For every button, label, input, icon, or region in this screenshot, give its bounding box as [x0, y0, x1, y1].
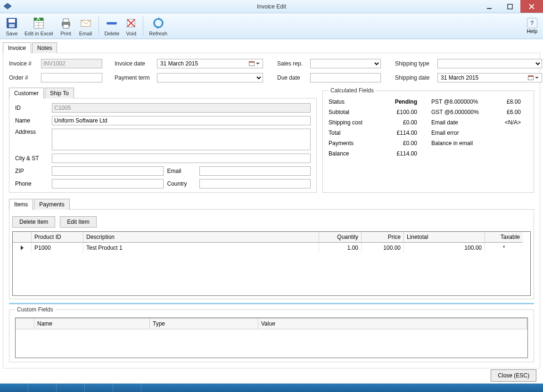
svg-rect-1 — [487, 8, 492, 9]
customer-email-field[interactable] — [199, 166, 311, 176]
svg-rect-15 — [63, 19, 69, 22]
payments-label: Payments — [329, 140, 375, 147]
delete-button[interactable]: Delete — [102, 15, 123, 37]
tab-invoice[interactable]: Invoice — [3, 42, 31, 53]
email-icon — [79, 16, 93, 31]
cell-price[interactable]: 100.00 — [362, 243, 404, 253]
shipping-date-field[interactable]: 31 March 2015 — [437, 73, 542, 82]
col-product-id[interactable]: Product ID — [32, 232, 83, 243]
gst-label: GST @6.000000% — [431, 109, 483, 115]
customer-zip-field[interactable] — [52, 166, 164, 176]
total-value: £114.00 — [375, 130, 417, 136]
payment-term-field[interactable] — [157, 73, 263, 82]
customer-country-label: Country — [167, 180, 196, 187]
col-price[interactable]: Price — [362, 232, 404, 243]
save-button[interactable]: Save — [2, 15, 22, 37]
emaildate-value: <N/A> — [483, 119, 521, 126]
sales-rep-field[interactable] — [310, 59, 381, 68]
col-linetotal[interactable]: Linetotal — [404, 232, 485, 243]
void-button[interactable]: Void — [122, 15, 140, 37]
delete-icon — [105, 16, 119, 31]
calculated-legend: Calculated Fields — [329, 87, 376, 94]
tab-notes[interactable]: Notes — [32, 42, 57, 53]
customer-address-field[interactable] — [52, 129, 311, 150]
svg-rect-16 — [63, 24, 69, 28]
cell-linetotal[interactable]: 100.00 — [404, 243, 485, 253]
tab-payments[interactable]: Payments — [34, 199, 69, 210]
customer-id-label: ID — [15, 105, 48, 111]
status-value: Pending — [375, 98, 417, 105]
refresh-button[interactable]: Refresh — [146, 15, 170, 37]
save-icon — [5, 16, 19, 31]
balance-label: Balance — [329, 150, 375, 157]
customer-phone-field[interactable] — [52, 179, 164, 188]
svg-rect-19 — [107, 22, 117, 24]
cell-description[interactable]: Test Product 1 — [83, 243, 319, 253]
customer-email-label: Email — [167, 168, 196, 174]
cell-product-id[interactable]: P1000 — [32, 243, 83, 253]
edit-item-button[interactable]: Edit Item — [60, 216, 96, 228]
invoice-date-field[interactable]: 31 March 2015 — [157, 59, 263, 68]
toolbar-separator — [143, 16, 143, 36]
chevron-down-icon — [256, 63, 260, 65]
shipping-type-label: Shipping type — [395, 60, 437, 67]
cell-quantity[interactable]: 1.00 — [319, 243, 362, 253]
col-taxable[interactable]: Taxable — [485, 232, 523, 243]
subtotal-label: Subtotal — [329, 109, 375, 115]
close-esc-button[interactable]: Close (ESC) — [491, 369, 536, 371]
gst-value: £6.00 — [483, 109, 521, 115]
print-icon — [59, 16, 73, 31]
status-label: Status — [329, 98, 375, 105]
void-icon — [125, 16, 137, 31]
col-cf-name[interactable]: Name — [34, 318, 150, 329]
customer-country-field[interactable] — [199, 179, 311, 188]
print-button[interactable]: Print — [56, 15, 76, 37]
svg-point-17 — [68, 23, 69, 24]
customer-name-field[interactable] — [52, 116, 311, 125]
window-title: Invoice Edit — [257, 3, 286, 10]
table-row[interactable]: P1000 Test Product 1 1.00 100.00 100.00 … — [13, 243, 530, 253]
col-cf-value[interactable]: Value — [258, 318, 527, 329]
delete-item-button[interactable]: Delete Item — [12, 216, 55, 228]
due-date-label: Due date — [277, 74, 310, 81]
customer-address-label: Address — [15, 129, 48, 135]
invoice-date-label: Invoice date — [115, 60, 157, 67]
customer-city-field[interactable] — [52, 154, 311, 163]
customer-id-field — [52, 103, 311, 113]
triangle-right-icon — [21, 245, 24, 250]
customer-zip-label: ZIP — [15, 168, 48, 174]
close-button[interactable] — [520, 0, 543, 13]
email-button[interactable]: Email — [76, 15, 96, 37]
toolbar-separator — [99, 16, 99, 36]
svg-marker-0 — [4, 3, 11, 9]
maximize-button[interactable] — [500, 0, 520, 13]
items-table[interactable]: Product ID Description Quantity Price Li… — [12, 231, 531, 296]
svg-rect-7 — [9, 24, 15, 27]
shipcost-label: Shipping cost — [329, 119, 375, 126]
tab-items[interactable]: Items — [9, 199, 33, 210]
customer-phone-label: Phone — [15, 180, 48, 187]
sales-rep-label: Sales rep. — [277, 60, 310, 67]
pst-value: £8.00 — [483, 98, 521, 105]
refresh-icon — [152, 16, 165, 31]
tab-shipto[interactable]: Ship To — [45, 88, 74, 98]
shipcost-value: £0.00 — [375, 119, 417, 126]
svg-rect-6 — [8, 19, 15, 23]
shipping-type-field[interactable] — [437, 59, 542, 68]
help-icon: ? — [527, 18, 537, 28]
col-quantity[interactable]: Quantity — [319, 232, 362, 243]
due-date-field[interactable] — [310, 73, 381, 82]
help-button[interactable]: ? Help — [523, 17, 541, 35]
order-no-field[interactable] — [41, 73, 102, 82]
minimize-button[interactable] — [479, 0, 500, 13]
custom-fields-table[interactable]: Name Type Value — [15, 318, 528, 358]
col-cf-type[interactable]: Type — [150, 318, 258, 329]
calendar-icon — [249, 61, 255, 66]
emailerror-label: Email error — [431, 130, 483, 136]
calendar-icon — [528, 75, 534, 80]
cell-taxable[interactable]: * — [485, 243, 523, 253]
tab-customer[interactable]: Customer — [9, 88, 44, 98]
payments-value: £0.00 — [375, 140, 417, 147]
edit-excel-button[interactable]: X Edit in Excel — [22, 15, 56, 37]
col-description[interactable]: Description — [83, 232, 319, 243]
